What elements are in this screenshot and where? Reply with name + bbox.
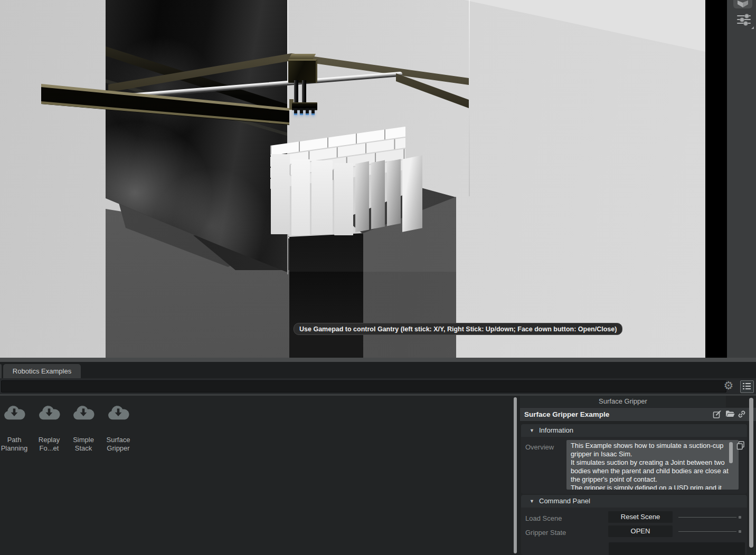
box-side bbox=[402, 155, 422, 232]
box-front bbox=[291, 159, 310, 235]
example-surface-gripper[interactable]: Surface Gripper bbox=[102, 401, 134, 448]
white-box-stack bbox=[269, 130, 428, 238]
box-front bbox=[334, 163, 353, 235]
edit-source-icon[interactable] bbox=[713, 410, 722, 419]
3d-viewport[interactable]: Use Gamepad to control Gantry (left stic… bbox=[0, 0, 705, 358]
flyout-corner-mark bbox=[751, 26, 754, 29]
box-front bbox=[311, 160, 333, 234]
mesh-tool-button[interactable] bbox=[733, 0, 752, 8]
cloud-download-icon bbox=[37, 405, 61, 422]
load-scene-label: Load Scene bbox=[525, 514, 562, 522]
suction-cup bbox=[311, 109, 315, 115]
open-folder-icon[interactable] bbox=[725, 410, 735, 419]
cloud-download-icon bbox=[72, 405, 95, 422]
hidden-tab-sliver[interactable] bbox=[0, 364, 2, 378]
list-view-icon bbox=[743, 383, 751, 389]
examples-toolbar: ⚙ bbox=[0, 378, 756, 394]
tab-label: Robotics Examples bbox=[13, 367, 71, 375]
gamepad-hint-tooltip: Use Gamepad to control Gantry (left stic… bbox=[294, 323, 622, 335]
gripper-state-label: Gripper State bbox=[525, 529, 566, 537]
reset-scene-button[interactable]: Reset Scene bbox=[608, 511, 673, 523]
surface-gripper-details-panel: Surface Gripper Surface Gripper Example bbox=[520, 396, 756, 555]
box-side bbox=[371, 160, 385, 229]
collapse-triangle-icon: ▼ bbox=[530, 499, 534, 504]
suction-cup bbox=[306, 109, 309, 115]
box-side bbox=[355, 161, 369, 232]
box-side bbox=[387, 159, 401, 226]
example-title: Surface Gripper Example bbox=[524, 408, 609, 421]
cloud-download-icon bbox=[3, 405, 26, 422]
details-panel-scrollbar[interactable] bbox=[749, 398, 753, 548]
examples-content: Path Planning Replay Fo...et bbox=[0, 396, 756, 555]
robotics-examples-panel: Robotics Examples ⚙ bbox=[0, 358, 756, 555]
command-panel-section: ▼ Command Panel Load Scene Reset Scene G… bbox=[521, 495, 747, 555]
example-header-bar: Surface Gripper Example bbox=[520, 408, 756, 421]
copy-icon[interactable] bbox=[736, 441, 746, 451]
suction-cup bbox=[300, 109, 303, 115]
collapse-triangle-icon: ▼ bbox=[530, 428, 534, 433]
example-label: Simple Stack bbox=[63, 436, 103, 453]
viewport-gutter bbox=[705, 0, 727, 358]
overview-scrollbar[interactable] bbox=[729, 442, 733, 463]
gripper-open-button[interactable]: OPEN bbox=[608, 525, 673, 537]
command-output-field[interactable] bbox=[609, 542, 745, 555]
search-input[interactable] bbox=[1, 380, 726, 393]
cloud-download-icon bbox=[107, 405, 130, 422]
gripper-rod bbox=[302, 80, 306, 104]
information-section-header[interactable]: ▼ Information bbox=[521, 424, 747, 437]
section-title: Command Panel bbox=[539, 495, 590, 508]
list-view-button[interactable] bbox=[740, 380, 754, 393]
mesh-cube-icon bbox=[736, 1, 749, 8]
example-path-planning[interactable]: Path Planning bbox=[0, 401, 30, 448]
gripper-rod bbox=[294, 80, 298, 104]
row-options-dot[interactable] bbox=[739, 516, 741, 519]
row-options-dot[interactable] bbox=[739, 530, 741, 533]
example-label: Surface Gripper bbox=[98, 436, 138, 453]
overview-textarea[interactable]: This Example shows how to simulate a suc… bbox=[566, 440, 739, 490]
viewport-side-toolbar bbox=[727, 0, 756, 358]
box-front bbox=[271, 154, 290, 234]
example-simple-stack[interactable]: Simple Stack bbox=[68, 401, 99, 448]
panel-title: Surface Gripper bbox=[520, 396, 726, 407]
panel-splitter[interactable] bbox=[0, 358, 756, 362]
command-panel-section-header[interactable]: ▼ Command Panel bbox=[521, 495, 747, 508]
gear-icon[interactable]: ⚙ bbox=[722, 379, 735, 393]
tab-robotics-examples[interactable]: Robotics Examples bbox=[3, 364, 81, 378]
render-settings-button[interactable] bbox=[737, 14, 751, 25]
information-section: ▼ Information Overview This Example show… bbox=[521, 424, 747, 494]
link-icon[interactable] bbox=[738, 410, 747, 419]
example-replay-follow-target[interactable]: Replay Fo...et bbox=[33, 401, 65, 448]
suction-cup bbox=[294, 109, 297, 115]
example-grid-scrollbar[interactable] bbox=[514, 397, 517, 553]
gripper-carriage bbox=[288, 59, 317, 83]
row-divider-line bbox=[678, 531, 736, 532]
isaac-sim-window: Use Gamepad to control Gantry (left stic… bbox=[0, 0, 756, 555]
row-divider-line bbox=[678, 517, 736, 518]
tab-bar: Robotics Examples bbox=[0, 362, 756, 378]
example-grid: Path Planning Replay Fo...et bbox=[0, 396, 513, 555]
slider-knob bbox=[744, 14, 749, 18]
slider-knob bbox=[743, 21, 748, 26]
section-title: Information bbox=[539, 424, 573, 437]
overview-label: Overview bbox=[525, 443, 554, 451]
